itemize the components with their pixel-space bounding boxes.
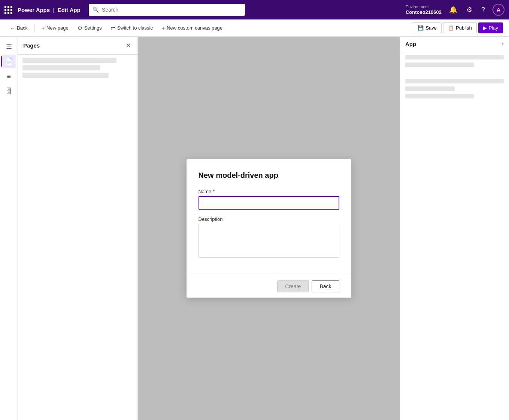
environment-info: Environment Contoso210602 [406, 4, 442, 15]
right-panel-header: App › [400, 37, 509, 51]
search-input[interactable] [102, 7, 241, 13]
waffle-icon[interactable] [4, 6, 12, 14]
name-label: Name * [199, 189, 339, 194]
right-skeleton-5 [405, 94, 474, 98]
required-indicator: * [213, 189, 215, 194]
description-label: Description [199, 216, 339, 222]
plus-icon: + [42, 25, 45, 31]
right-panel: App › [400, 37, 509, 420]
modal-overlay: New model-driven app Name * Description [138, 37, 400, 420]
modal-dialog: New model-driven app Name * Description [187, 159, 351, 298]
right-panel-chevron-button[interactable]: › [502, 40, 504, 47]
sidebar-menu-icon[interactable]: ☰ [2, 40, 16, 53]
main-layout: ☰ 📄 ≡ 🗄 Pages ✕ New model-driven app N [0, 37, 509, 420]
create-button[interactable]: Create [277, 280, 309, 292]
sidebar-icons: ☰ 📄 ≡ 🗄 [0, 37, 18, 420]
help-icon[interactable]: ? [480, 4, 487, 15]
save-button[interactable]: 💾 Save [413, 22, 442, 33]
back-button-modal[interactable]: Back [312, 280, 339, 292]
right-skeleton-1 [405, 55, 504, 60]
name-form-group: Name * [199, 189, 339, 210]
sidebar-data-icon[interactable]: 🗄 [2, 85, 16, 98]
toolbar-right: 💾 Save 📋 Publish ▶ Play [413, 22, 503, 33]
right-skeleton-4 [405, 86, 455, 91]
gear-icon: ⚙ [78, 25, 82, 31]
publish-icon: 📋 [448, 25, 454, 31]
canvas-area: New model-driven app Name * Description [138, 37, 400, 420]
settings-icon[interactable]: ⚙ [465, 4, 474, 15]
play-icon: ▶ [483, 25, 487, 31]
publish-button[interactable]: 📋 Publish [443, 22, 477, 33]
right-skeleton-3 [405, 79, 504, 83]
description-form-group: Description [199, 216, 339, 259]
sidebar-pages-icon[interactable]: 📄 [2, 55, 16, 68]
nav-right: Environment Contoso210602 🔔 ⚙ ? A [406, 4, 505, 16]
modal-body: New model-driven app Name * Description [187, 159, 351, 275]
notification-icon[interactable]: 🔔 [448, 4, 459, 15]
page-skeleton-2 [22, 65, 100, 70]
right-panel-content [400, 51, 509, 102]
play-button[interactable]: ▶ Play [478, 22, 503, 33]
environment-label: Environment [406, 4, 442, 9]
pages-panel-title: Pages [23, 42, 40, 49]
modal-footer: Create Back [187, 275, 351, 298]
new-canvas-button[interactable]: + New custom canvas page [158, 23, 226, 33]
switch-classic-button[interactable]: ⇄ Switch to classic [107, 23, 157, 33]
toolbar: ← Back + New page ⚙ Settings ⇄ Switch to… [0, 19, 509, 37]
canvas-plus-icon: + [162, 25, 165, 31]
search-bar[interactable]: 🔍 [89, 4, 245, 16]
pages-panel: Pages ✕ [18, 37, 138, 420]
back-button[interactable]: ← Back [6, 23, 31, 33]
description-input[interactable] [199, 224, 339, 258]
name-input[interactable] [199, 196, 339, 210]
pages-list [18, 55, 137, 81]
switch-icon: ⇄ [111, 25, 115, 31]
environment-name: Contoso210602 [406, 9, 442, 15]
save-icon: 💾 [418, 25, 424, 31]
modal-title: New model-driven app [199, 171, 339, 180]
page-skeleton-1 [22, 58, 116, 63]
settings-button[interactable]: ⚙ Settings [74, 23, 106, 33]
back-icon: ← [10, 25, 15, 31]
right-skeleton-2 [405, 63, 474, 67]
brand-label: Power Apps | Edit App [18, 7, 81, 13]
right-panel-title: App [405, 41, 416, 47]
page-skeleton-3 [22, 73, 109, 78]
pages-panel-close-button[interactable]: ✕ [124, 40, 132, 51]
toolbar-separator-1 [34, 24, 35, 32]
top-nav: Power Apps | Edit App 🔍 Environment Cont… [0, 0, 509, 19]
avatar[interactable]: A [493, 4, 505, 16]
sidebar-list-icon[interactable]: ≡ [2, 70, 16, 83]
new-page-button[interactable]: + New page [38, 23, 72, 33]
pages-panel-header: Pages ✕ [18, 37, 137, 55]
search-icon: 🔍 [93, 7, 99, 13]
